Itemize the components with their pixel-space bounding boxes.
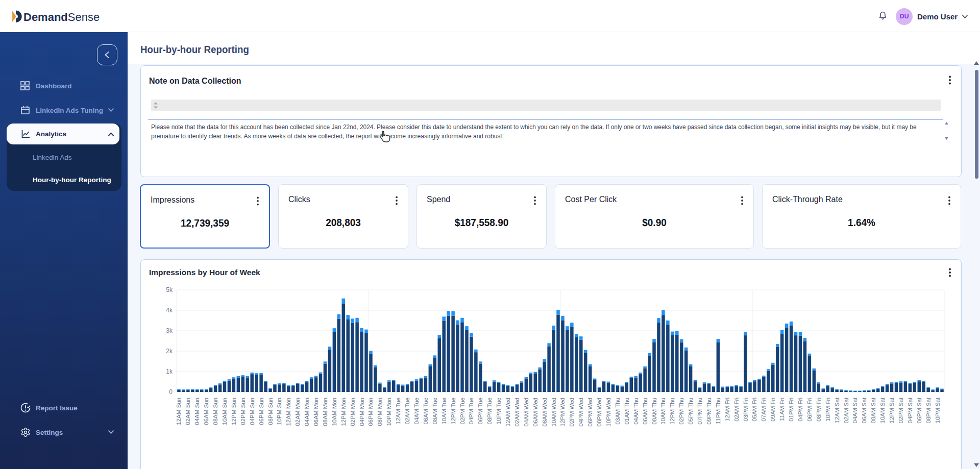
svg-text:08AM Mon: 08AM Mon [322, 398, 328, 426]
svg-text:06AM Wed: 06AM Wed [532, 398, 538, 427]
svg-text:4k: 4k [166, 307, 173, 314]
svg-text:02AM Wed: 02AM Wed [514, 398, 520, 427]
svg-text:04PM Fri: 04PM Fri [797, 398, 803, 422]
svg-text:08PM Tue: 08PM Tue [486, 398, 493, 424]
svg-text:10AM Tue: 10AM Tue [441, 398, 447, 424]
svg-text:10AM Sat: 10AM Sat [879, 397, 886, 423]
svg-text:10PM Mon: 10PM Mon [386, 398, 392, 426]
svg-text:11AM Fri: 11AM Fri [779, 398, 785, 421]
svg-text:02PM Wed: 02PM Wed [569, 398, 575, 427]
svg-text:02AM Fri: 02AM Fri [733, 398, 740, 422]
svg-text:07PM Thu: 07PM Thu [697, 398, 703, 425]
svg-text:04AM Wed: 04AM Wed [523, 398, 529, 427]
svg-text:12PM Sun: 12PM Sun [231, 398, 237, 425]
svg-text:04AM Tue: 04AM Tue [413, 398, 420, 424]
svg-text:06PM Wed: 06PM Wed [587, 398, 593, 427]
svg-text:02PM Sun: 02PM Sun [240, 398, 246, 425]
svg-text:02AM Sun: 02AM Sun [185, 398, 191, 425]
svg-text:08AM Sat: 08AM Sat [870, 397, 876, 423]
svg-text:12PM Mon: 12PM Mon [340, 398, 347, 426]
svg-text:04PM Wed: 04PM Wed [578, 398, 584, 427]
svg-text:06AM Tue: 06AM Tue [423, 398, 429, 424]
svg-text:06PM Tue: 06PM Tue [477, 398, 483, 424]
svg-text:06PM Sun: 06PM Sun [258, 398, 264, 425]
svg-text:12PM Sat: 12PM Sat [889, 397, 895, 423]
svg-text:0: 0 [169, 388, 173, 396]
svg-text:06PM Sat: 06PM Sat [916, 397, 922, 423]
svg-text:12AM Mon: 12AM Mon [285, 398, 291, 426]
svg-text:04AM Thu: 04AM Thu [633, 398, 639, 425]
svg-text:06PM Mon: 06PM Mon [368, 398, 374, 426]
svg-text:08PM Mon: 08PM Mon [377, 398, 383, 426]
svg-text:11PM Thu: 11PM Thu [715, 398, 721, 424]
svg-text:02PM Mon: 02PM Mon [350, 398, 356, 426]
svg-text:08PM Sun: 08PM Sun [267, 398, 274, 425]
svg-text:08PM Sat: 08PM Sat [925, 397, 932, 423]
svg-text:3k: 3k [166, 327, 173, 334]
svg-text:10PM Sat: 10PM Sat [935, 397, 941, 423]
svg-text:10AM Wed: 10AM Wed [551, 398, 557, 427]
svg-text:05PM Thu: 05PM Thu [688, 398, 694, 425]
svg-text:10PM Fri: 10PM Fri [825, 398, 831, 422]
svg-text:08PM Fri: 08PM Fri [816, 398, 822, 422]
svg-text:06PM Fri: 06PM Fri [806, 398, 813, 422]
svg-text:04PM Tue: 04PM Tue [468, 398, 474, 424]
svg-text:07AM Fri: 07AM Fri [761, 398, 767, 422]
svg-text:10AM Mon: 10AM Mon [331, 398, 337, 426]
svg-text:12AM Sun: 12AM Sun [176, 398, 182, 425]
svg-text:12AM Wed: 12AM Wed [505, 398, 511, 427]
svg-text:5k: 5k [166, 286, 173, 293]
svg-text:08PM Wed: 08PM Wed [596, 398, 602, 427]
svg-text:10PM Sun: 10PM Sun [276, 398, 282, 425]
svg-text:04AM Mon: 04AM Mon [304, 398, 310, 426]
svg-text:12PM Tue: 12PM Tue [450, 398, 456, 424]
svg-text:12PM Thu: 12PM Thu [669, 398, 675, 425]
svg-text:02AM Tue: 02AM Tue [404, 398, 410, 424]
svg-text:01AM Thu: 01AM Thu [624, 398, 630, 425]
svg-text:12PM Wed: 12PM Wed [559, 398, 566, 427]
svg-text:2k: 2k [166, 348, 173, 355]
svg-text:08AM Sun: 08AM Sun [212, 398, 218, 425]
svg-text:06AM Mon: 06AM Mon [313, 398, 319, 426]
svg-text:10AM Thu: 10AM Thu [660, 398, 666, 425]
svg-text:04PM Sun: 04PM Sun [249, 398, 255, 425]
svg-text:06AM Sat: 06AM Sat [861, 397, 867, 423]
svg-text:08AM Tue: 08AM Tue [432, 398, 438, 424]
svg-text:03PM Fri: 03PM Fri [743, 398, 749, 422]
svg-text:09PM Thu: 09PM Thu [706, 398, 712, 425]
svg-text:12AM Sat: 12AM Sat [834, 397, 840, 423]
svg-text:09AM Fri: 09AM Fri [770, 398, 776, 422]
svg-text:06AM Thu: 06AM Thu [642, 398, 648, 425]
svg-text:04PM Mon: 04PM Mon [359, 398, 365, 426]
svg-text:02AM Mon: 02AM Mon [295, 398, 301, 426]
svg-text:12AM Fri: 12AM Fri [724, 398, 730, 422]
svg-text:01PM Fri: 01PM Fri [788, 398, 794, 422]
svg-text:05AM Fri: 05AM Fri [751, 398, 757, 422]
svg-text:12AM Tue: 12AM Tue [395, 398, 401, 424]
svg-text:10PM Tue: 10PM Tue [496, 398, 502, 424]
svg-text:03AM Thu: 03AM Thu [615, 398, 621, 425]
svg-text:02PM Tue: 02PM Tue [459, 398, 465, 424]
svg-text:02PM Sat: 02PM Sat [898, 397, 904, 423]
svg-text:08AM Wed: 08AM Wed [542, 398, 548, 427]
svg-text:10AM Sun: 10AM Sun [222, 398, 228, 425]
svg-text:06AM Sun: 06AM Sun [203, 398, 209, 425]
svg-text:04AM Sat: 04AM Sat [852, 397, 858, 423]
svg-text:10PM Wed: 10PM Wed [605, 398, 611, 427]
svg-text:1k: 1k [166, 368, 173, 375]
svg-text:08AM Thu: 08AM Thu [651, 398, 657, 425]
svg-text:02AM Sat: 02AM Sat [843, 397, 849, 423]
svg-text:04PM Sat: 04PM Sat [907, 397, 913, 423]
svg-text:04AM Sun: 04AM Sun [194, 398, 200, 425]
svg-text:02PM Thu: 02PM Thu [678, 398, 684, 425]
